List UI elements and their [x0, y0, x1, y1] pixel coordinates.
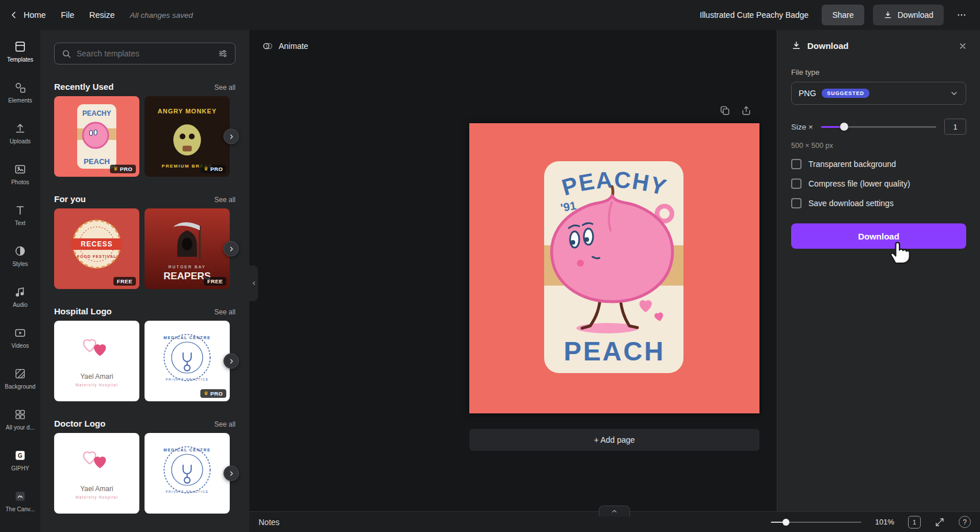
download-label: Download: [898, 10, 933, 20]
share-button[interactable]: Share: [822, 5, 864, 25]
help-button[interactable]: ?: [959, 516, 971, 528]
see-all-link[interactable]: See all: [214, 308, 235, 316]
size-slider-knob[interactable]: [840, 123, 848, 131]
thumb-yael-sub: Maternity Hospital: [75, 383, 118, 387]
uploads-icon: [14, 122, 26, 135]
more-options-button[interactable]: [952, 5, 971, 25]
checkbox-transparent-background[interactable]: Transparent background: [791, 159, 966, 169]
pro-badge: ♛PRO: [200, 389, 226, 398]
download-panel: Download File type PNG SUGGESTED Size × …: [777, 30, 980, 511]
peachy-badge-artwork: PEACHY '91 PEACH: [469, 123, 759, 413]
export-page-icon[interactable]: [740, 105, 752, 116]
free-badge: FREE: [113, 277, 136, 286]
file-menu[interactable]: File: [61, 10, 74, 20]
thumb-medical-bottom: PRIVATE PRACTICE: [166, 378, 208, 381]
free-badge: FREE: [204, 277, 226, 286]
rail-label: Videos: [12, 343, 29, 349]
thumb-yael-name: Yael Amari: [80, 373, 113, 381]
rail-label: GIPHY: [11, 465, 29, 472]
expand-sheet-button[interactable]: [599, 506, 630, 516]
row-next-button[interactable]: [223, 241, 239, 257]
see-all-link[interactable]: See all: [214, 420, 235, 428]
sidebar-item-audio[interactable]: Audio: [0, 276, 40, 317]
elements-icon: [14, 81, 26, 94]
zoom-slider-knob[interactable]: [783, 519, 789, 526]
sidebar-item-all-your-designs[interactable]: All your d...: [0, 399, 40, 440]
template-thumbnail-medical-centre[interactable]: MEDICAL CENTRE PRIVATE PRACTICE: [145, 433, 230, 514]
templates-icon: [14, 40, 26, 53]
sidebar-item-text[interactable]: Text: [0, 195, 40, 235]
background-icon: [14, 367, 26, 380]
rail-label: Uploads: [10, 138, 31, 145]
rail-label: Text: [15, 220, 25, 226]
template-thumbnail-recess[interactable]: RECESS FOOD FESTIVAL FREE: [54, 208, 139, 289]
checkbox[interactable]: [791, 159, 802, 169]
sidebar-item-the-canva[interactable]: The Canv...: [0, 481, 40, 522]
template-thumbnail-angry-monkey[interactable]: ANGRY MONKEY PREMIUM BRAND ♛PRO: [145, 96, 230, 177]
duplicate-page-icon[interactable]: [719, 105, 731, 116]
thumb-medical-top: MEDICAL CENTRE: [164, 448, 211, 452]
section-hospital-logo: Hospital Logo See all Yael Amari Materni…: [40, 306, 249, 401]
checkbox-compress-file[interactable]: Compress file (lower quality): [791, 178, 966, 189]
videos-icon: [14, 326, 26, 339]
pro-badge: ♛PRO: [110, 165, 136, 173]
resize-menu[interactable]: Resize: [89, 10, 115, 20]
home-button[interactable]: Home: [9, 10, 46, 20]
page-count-button[interactable]: 1: [908, 516, 921, 529]
template-thumbnail-yael-amari[interactable]: Yael Amari Maternity Hospital: [54, 321, 139, 401]
sidebar-item-photos[interactable]: Photos: [0, 154, 40, 195]
svg-text:G: G: [18, 453, 22, 459]
search-icon: [62, 49, 71, 59]
row-next-button[interactable]: [223, 129, 239, 145]
sidebar-item-styles[interactable]: Styles: [0, 235, 40, 276]
download-icon: [883, 10, 892, 20]
add-page-button[interactable]: + Add page: [469, 429, 759, 451]
template-thumbnail-peachy[interactable]: PEACHY PEACH ♛PRO: [54, 96, 139, 177]
row-next-button[interactable]: [223, 354, 239, 369]
styles-icon: [14, 245, 26, 257]
rail-label: Styles: [12, 261, 28, 267]
templates-panel: Recently Used See all PEACHY PEACH: [40, 30, 249, 532]
canva-app-icon: [14, 490, 26, 503]
download-confirm-button[interactable]: Download: [791, 223, 966, 249]
zoom-level[interactable]: 101%: [875, 518, 894, 526]
checkbox[interactable]: [791, 198, 802, 208]
sidebar-item-background[interactable]: Background: [0, 358, 40, 399]
row-next-button[interactable]: [223, 466, 239, 481]
animate-button[interactable]: Animate: [255, 36, 315, 56]
sidebar-item-templates[interactable]: Templates: [0, 31, 40, 72]
checkbox-save-settings[interactable]: Save download settings: [791, 198, 966, 208]
file-type-select[interactable]: PNG SUGGESTED: [791, 82, 966, 105]
close-icon[interactable]: [956, 39, 970, 53]
size-input[interactable]: [944, 119, 966, 135]
see-all-link[interactable]: See all: [214, 83, 235, 92]
design-page[interactable]: PEACHY '91 PEACH: [469, 123, 759, 413]
size-label: Size ×: [791, 123, 813, 131]
sidebar-item-elements[interactable]: Elements: [0, 72, 40, 113]
thumb-yael-sub: Maternity Hospital: [75, 495, 118, 500]
thumb-reapers-small: RUTGER BAY: [169, 265, 206, 269]
checkbox[interactable]: [791, 178, 802, 189]
fullscreen-icon[interactable]: [935, 517, 945, 527]
template-thumbnail-medical-centre[interactable]: MEDICAL CENTRE PRIVATE PRACTICE ♛PRO: [145, 321, 230, 401]
document-title[interactable]: Illustrated Cute Peachy Badge: [700, 10, 808, 20]
audio-icon: [14, 286, 26, 298]
suggested-badge: SUGGESTED: [822, 89, 869, 98]
search-box[interactable]: [54, 43, 235, 64]
filter-icon[interactable]: [218, 48, 228, 59]
sidebar-item-giphy[interactable]: G GIPHY: [0, 440, 40, 481]
template-thumbnail-yael-amari[interactable]: Yael Amari Maternity Hospital: [54, 433, 139, 514]
sidebar-item-videos[interactable]: Videos: [0, 317, 40, 358]
zoom-slider[interactable]: [771, 522, 861, 523]
download-button-top[interactable]: Download: [873, 5, 944, 25]
panel-collapse-handle[interactable]: [249, 265, 258, 301]
size-slider[interactable]: [821, 126, 936, 128]
search-input[interactable]: [77, 49, 212, 58]
template-thumbnail-reapers[interactable]: RUTGER BAY REAPERS FREE: [145, 208, 230, 289]
thumb-monkey-line1: ANGRY MONKEY: [158, 108, 216, 115]
see-all-link[interactable]: See all: [214, 196, 235, 204]
notes-button[interactable]: Notes: [259, 518, 280, 527]
home-label: Home: [24, 10, 46, 20]
sidebar-item-uploads[interactable]: Uploads: [0, 113, 40, 154]
thumb-medical-top: MEDICAL CENTRE: [164, 336, 211, 340]
